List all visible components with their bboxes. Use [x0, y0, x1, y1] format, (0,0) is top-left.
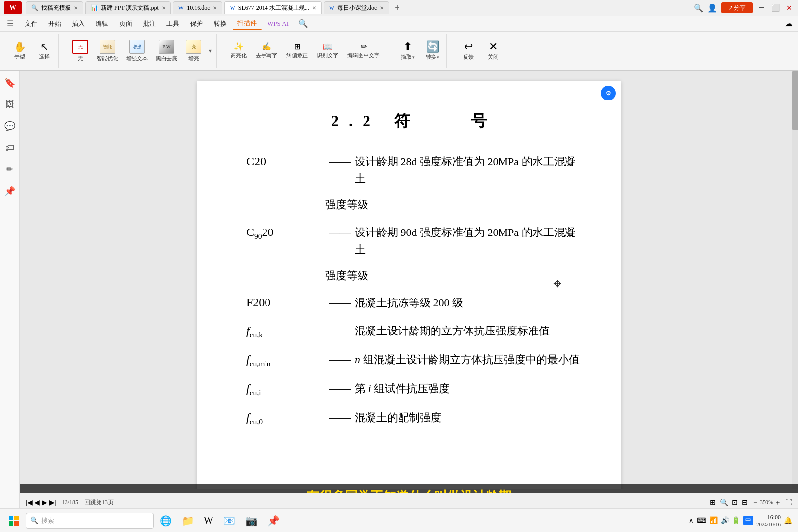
anti-btn[interactable]: ↩ 反馈	[458, 39, 479, 63]
minimize-btn[interactable]: ─	[757, 3, 766, 13]
new-tab-btn[interactable]: +	[391, 2, 403, 14]
tag-icon[interactable]: 🏷	[3, 141, 17, 155]
menu-scan[interactable]: 扫描件	[233, 17, 262, 30]
extract-icon: ⬆	[403, 41, 412, 52]
text-fcu0: 混凝土的配制强度	[355, 409, 581, 426]
fit-icon[interactable]: ⊡	[732, 499, 738, 507]
system-clock[interactable]: 16:00 2024/10/16	[756, 514, 781, 528]
enhance-btn[interactable]: 增强 增强文本	[124, 38, 150, 64]
recognize-btn[interactable]: 📖 识别文字	[314, 41, 341, 61]
feedback-icon: ↩	[464, 41, 473, 52]
taskbar-app1[interactable]: 📧	[219, 513, 239, 529]
statusbar-right: ⊞ 🔍 ⊡ ⊟ － 350% ＋ ⛶	[710, 499, 792, 507]
smart-btn[interactable]: 智能 智能优化	[94, 38, 121, 64]
nav-next[interactable]: ▶	[42, 499, 47, 507]
taskbar: 🔍 搜索 🌐 📁 W 📧 📷 📌 ∧ ⌨ 📶 🔊 🔋 中 16:00 2024/…	[0, 508, 798, 532]
keyboard-icon[interactable]: ⌨	[697, 516, 706, 525]
menu-insert[interactable]: 插入	[67, 18, 90, 30]
tab-close-3[interactable]: ✕	[213, 5, 217, 11]
tab-word1[interactable]: W 10.16.doc ✕	[173, 1, 223, 14]
document-page: ⚙ 2.2 符 号 C20 —— 设计龄期 28d 强度标准值为 20MPa 的…	[197, 81, 621, 489]
taskbar-right: ∧ ⌨ 📶 🔊 🔋 中 16:00 2024/10/16 🔔	[689, 514, 798, 528]
network-icon[interactable]: 📶	[709, 516, 718, 525]
nav-next-far[interactable]: ▶|	[49, 499, 56, 507]
text-fcui: 第 i 组试件抗压强度	[355, 380, 581, 397]
continuation-c20: 强度等级	[325, 196, 581, 213]
handwrite-btn[interactable]: ✍ 去手写字	[253, 41, 280, 61]
account-btn[interactable]: 👤	[707, 3, 717, 13]
tab-ppt[interactable]: 📊 新建 PPT 演示文稿.ppt ✕	[85, 1, 171, 14]
wps-logo[interactable]: W	[4, 1, 22, 14]
pen-icon[interactable]: ✏	[3, 163, 17, 176]
fullscreen-icon[interactable]: ⛶	[785, 499, 792, 507]
zoom-out-icon[interactable]: 🔍	[720, 499, 728, 507]
tab-finder[interactable]: 🔍 找稿充模板 ✕	[26, 1, 83, 14]
tab-daily[interactable]: W 每日小课堂.doc ✕	[324, 1, 390, 14]
taskbar-ie[interactable]: 🌐	[156, 513, 176, 529]
restore-btn[interactable]: ⬜	[770, 3, 780, 13]
blue-circle-btn[interactable]: ⚙	[601, 86, 616, 100]
dash-fcui: ——	[329, 380, 351, 397]
menu-comment[interactable]: 批注	[138, 18, 161, 30]
comment-icon[interactable]: 💬	[3, 119, 17, 133]
menu-edit[interactable]: 编辑	[91, 18, 113, 30]
tab-close-1[interactable]: ✕	[74, 5, 78, 11]
menu-start[interactable]: 开始	[43, 18, 66, 30]
taskbar-camera[interactable]: 📷	[241, 513, 262, 529]
tab-sl677[interactable]: W SL677-2014 水工混凝土规... ✕	[224, 1, 321, 14]
bookmark-icon[interactable]: 🔖	[3, 76, 17, 90]
close-btn[interactable]: ✕	[784, 3, 794, 13]
extract-btn[interactable]: ⬆ 摘取 ▾	[397, 39, 419, 63]
fit-page-icon[interactable]: ⊟	[742, 499, 748, 507]
none-btn[interactable]: 无 无	[69, 38, 91, 64]
zoom-plus-btn[interactable]: ＋	[774, 499, 781, 507]
convert-btn[interactable]: 🔄 转换 ▾	[422, 39, 443, 63]
symbol-c20: C20	[246, 152, 325, 170]
taskbar-search[interactable]: 🔍 搜索	[26, 513, 154, 529]
svg-rect-1	[14, 516, 19, 520]
hand-tool-btn[interactable]: ✋ 手型	[9, 40, 31, 62]
menu-convert[interactable]: 转换	[209, 18, 232, 30]
menu-page[interactable]: 页面	[114, 18, 137, 30]
start-btn[interactable]	[4, 511, 24, 531]
taskbar-wps[interactable]: W	[200, 513, 217, 528]
menu-file[interactable]: 文件	[20, 18, 42, 30]
close-btn-ribbon[interactable]: ✕ 关闭	[482, 39, 504, 63]
nav-prev-far[interactable]: |◀	[26, 499, 33, 507]
grid-icon[interactable]: ⊞	[710, 499, 716, 507]
ime-indicator[interactable]: 中	[743, 516, 753, 525]
search-menu-btn[interactable]: 🔍	[297, 18, 310, 29]
zoom-btn[interactable]: 亮 增亮	[183, 38, 204, 64]
pin-icon[interactable]: 📌	[3, 184, 17, 198]
tray-show-btn[interactable]: ∧	[689, 517, 694, 525]
tab-close-5[interactable]: ✕	[380, 5, 384, 11]
more-btn[interactable]: ▾	[207, 47, 213, 55]
correct-btn[interactable]: ⊞ 纠偏矫正	[283, 41, 311, 61]
scrollbar-right[interactable]	[792, 71, 798, 489]
scrollbar-thumb[interactable]	[792, 71, 798, 130]
select-tool-btn[interactable]: ↖ 选择	[33, 40, 55, 62]
tab-close-4[interactable]: ✕	[312, 5, 316, 11]
notification-icon[interactable]: 🔔	[784, 516, 792, 525]
search-btn[interactable]: 🔍	[694, 3, 703, 13]
share-btn[interactable]: ↗ 分享	[721, 2, 753, 13]
menu-protect[interactable]: 保护	[185, 18, 208, 30]
zoom-minus-btn[interactable]: －	[752, 499, 759, 507]
thumbnail-icon[interactable]: 🖼	[3, 98, 17, 111]
volume-icon[interactable]: 🔊	[721, 516, 729, 525]
taskbar-pinned[interactable]: 📌	[264, 513, 284, 529]
share-icon: ↗	[728, 4, 733, 12]
nav-prev[interactable]: ◀	[34, 499, 40, 507]
bw-btn[interactable]: B/W 黑白去底	[153, 38, 180, 64]
battery-icon[interactable]: 🔋	[732, 516, 740, 525]
highlight-btn[interactable]: ✨ 高亮化	[228, 41, 250, 61]
handwrite-icon: ✍	[262, 43, 271, 51]
hamburger-menu[interactable]: ☰	[4, 18, 17, 29]
tab-close-2[interactable]: ✕	[162, 5, 166, 11]
menu-tools[interactable]: 工具	[162, 18, 184, 30]
menu-wpsai[interactable]: WPS AI	[263, 18, 294, 29]
taskbar-explorer[interactable]: 📁	[178, 513, 198, 529]
save-cloud-btn[interactable]: ☁	[783, 18, 794, 29]
edit-cn-btn[interactable]: ✏ 编辑图中文字	[344, 41, 383, 61]
statusbar-left: |◀ ◀ ▶ ▶| 13/185 回跳第13页	[26, 499, 114, 507]
